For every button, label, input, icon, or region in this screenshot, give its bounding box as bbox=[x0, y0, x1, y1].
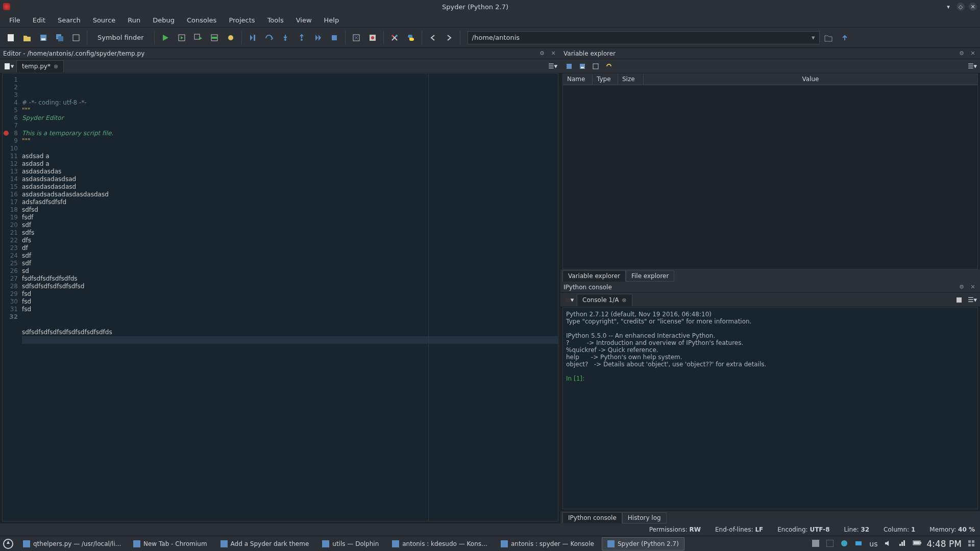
menu-help[interactable]: Help bbox=[318, 14, 346, 26]
editor-tab-close-icon[interactable]: ⊗ bbox=[54, 63, 58, 70]
parent-dir-button[interactable] bbox=[837, 30, 852, 45]
status-column: Column: 1 bbox=[884, 526, 915, 533]
volume-icon[interactable] bbox=[884, 540, 892, 548]
tray-icon[interactable] bbox=[812, 540, 820, 548]
taskbar-item[interactable]: antonis : spyder — Konsole bbox=[495, 537, 600, 550]
var-explorer-tabs: Variable explorerFile explorer bbox=[560, 269, 980, 282]
menu-debug[interactable]: Debug bbox=[146, 14, 181, 26]
save-file-button[interactable] bbox=[36, 30, 51, 45]
editor-options-icon[interactable]: ⚙ bbox=[538, 49, 546, 58]
svg-rect-29 bbox=[133, 540, 140, 547]
console-tab[interactable]: Console 1/A ⊗ bbox=[577, 294, 632, 306]
debug-step-into-button[interactable] bbox=[278, 30, 293, 45]
browse-button[interactable] bbox=[68, 30, 84, 45]
menu-view[interactable]: View bbox=[290, 14, 318, 26]
preferences-button[interactable] bbox=[387, 30, 402, 45]
tab-variable-explorer[interactable]: Variable explorer bbox=[562, 270, 626, 282]
close-window-button[interactable]: ✕ bbox=[969, 3, 977, 11]
symbol-finder[interactable]: Symbol finder bbox=[90, 34, 151, 41]
browse-dir-button[interactable] bbox=[821, 30, 836, 45]
menu-edit[interactable]: Edit bbox=[27, 14, 52, 26]
var-column-type[interactable]: Type bbox=[593, 74, 618, 85]
console-output[interactable]: Python 2.7.12 (default, Nov 19 2016, 06:… bbox=[562, 307, 978, 509]
debug-button[interactable] bbox=[245, 30, 260, 45]
new-file-button[interactable] bbox=[3, 30, 18, 45]
taskbar-item[interactable]: qthelpers.py — /usr/local/li… bbox=[17, 537, 126, 550]
menu-run[interactable]: Run bbox=[121, 14, 146, 26]
show-desktop-button[interactable] bbox=[968, 540, 976, 548]
tab-ipython-console[interactable]: IPython console bbox=[562, 512, 622, 523]
menu-search[interactable]: Search bbox=[52, 14, 87, 26]
debug-step-out-button[interactable] bbox=[294, 30, 309, 45]
svg-rect-7 bbox=[194, 34, 200, 39]
run-cell-button[interactable] bbox=[174, 30, 189, 45]
taskbar-item[interactable]: New Tab - Chromium bbox=[128, 537, 213, 550]
var-explorer-options-icon[interactable]: ⚙ bbox=[958, 49, 966, 58]
run-button[interactable] bbox=[158, 30, 173, 45]
run-settings-button[interactable] bbox=[223, 30, 238, 45]
svg-rect-42 bbox=[968, 540, 971, 543]
editor-close-icon[interactable]: ✕ bbox=[549, 49, 557, 58]
taskbar-item[interactable]: utils — Dolphin bbox=[316, 537, 384, 550]
console-stop-button[interactable] bbox=[954, 295, 964, 305]
menu-file[interactable]: File bbox=[3, 14, 27, 26]
var-import-button[interactable] bbox=[564, 61, 575, 72]
tab-file-explorer[interactable]: File explorer bbox=[626, 270, 674, 282]
menu-projects[interactable]: Projects bbox=[223, 14, 261, 26]
console-tab-close-icon[interactable]: ⊗ bbox=[622, 297, 626, 304]
working-dir-input[interactable]: /home/antonis▾ bbox=[468, 31, 820, 44]
editor-tab[interactable]: temp.py* ⊗ bbox=[16, 60, 64, 72]
var-column-size[interactable]: Size bbox=[618, 74, 644, 85]
editor-tab-options-icon[interactable]: ☰▾ bbox=[548, 62, 557, 71]
file-switcher-button[interactable]: ▾ bbox=[3, 61, 14, 72]
battery-icon[interactable] bbox=[913, 540, 921, 548]
open-file-button[interactable] bbox=[19, 30, 35, 45]
svg-rect-26 bbox=[957, 297, 962, 303]
forward-button[interactable] bbox=[442, 30, 457, 45]
app-icon bbox=[607, 540, 615, 547]
run-cell-advance-button[interactable] bbox=[190, 30, 206, 45]
svg-rect-35 bbox=[812, 540, 819, 547]
clock[interactable]: 4:48 PM bbox=[927, 539, 962, 549]
fullscreen-button[interactable] bbox=[365, 30, 380, 45]
maximize-button[interactable]: ◇ bbox=[957, 3, 965, 11]
python-path-button[interactable] bbox=[403, 30, 419, 45]
taskbar-item[interactable]: Spyder (Python 2.7) bbox=[602, 537, 684, 550]
tab-history-log[interactable]: History log bbox=[622, 512, 667, 523]
var-save-button[interactable] bbox=[577, 61, 588, 72]
var-column-name[interactable]: Name bbox=[563, 74, 593, 85]
menu-tools[interactable]: Tools bbox=[261, 14, 290, 26]
debug-step-over-button[interactable] bbox=[261, 30, 277, 45]
console-tab-label: Console 1/A bbox=[582, 296, 619, 304]
taskbar-item[interactable]: Add a Spyder dark theme bbox=[215, 537, 315, 550]
var-explorer-menu-icon[interactable]: ☰▾ bbox=[968, 62, 977, 71]
menu-source[interactable]: Source bbox=[87, 14, 122, 26]
tray-icon[interactable] bbox=[841, 540, 849, 548]
network-icon[interactable] bbox=[898, 540, 906, 548]
var-column-value[interactable]: Value bbox=[644, 74, 977, 85]
taskbar-item[interactable]: antonis : kdesudo — Kons… bbox=[386, 537, 493, 550]
back-button[interactable] bbox=[425, 30, 440, 45]
tray-icon[interactable] bbox=[826, 540, 835, 548]
menu-consoles[interactable]: Consoles bbox=[181, 14, 223, 26]
ipython-options-icon[interactable]: ⚙ bbox=[958, 283, 966, 291]
maximize-pane-button[interactable] bbox=[349, 30, 364, 45]
console-switcher-button[interactable]: ▾ bbox=[564, 294, 575, 306]
editor-area[interactable]: 1234567891011121314151617181920212223242… bbox=[2, 73, 558, 521]
debug-continue-button[interactable] bbox=[310, 30, 326, 45]
tray-icon[interactable] bbox=[855, 540, 863, 548]
error-marker-icon[interactable] bbox=[4, 131, 9, 136]
var-save-as-button[interactable] bbox=[590, 61, 601, 72]
var-explorer-close-icon[interactable]: ✕ bbox=[969, 49, 977, 58]
chevron-down-icon[interactable]: ▾ bbox=[812, 34, 815, 41]
debug-stop-button[interactable] bbox=[327, 30, 342, 45]
console-menu-icon[interactable]: ☰▾ bbox=[968, 295, 977, 305]
start-menu-button[interactable] bbox=[1, 537, 15, 550]
keyboard-layout[interactable]: us bbox=[869, 540, 877, 548]
minimize-button[interactable]: ▾ bbox=[944, 3, 952, 11]
var-refresh-button[interactable] bbox=[603, 61, 615, 72]
code-area[interactable]: # -*- coding: utf-8 -*-"""Spyder EditorT… bbox=[20, 74, 558, 521]
run-selection-button[interactable] bbox=[207, 30, 222, 45]
save-all-button[interactable] bbox=[52, 30, 67, 45]
ipython-close-icon[interactable]: ✕ bbox=[969, 283, 977, 291]
